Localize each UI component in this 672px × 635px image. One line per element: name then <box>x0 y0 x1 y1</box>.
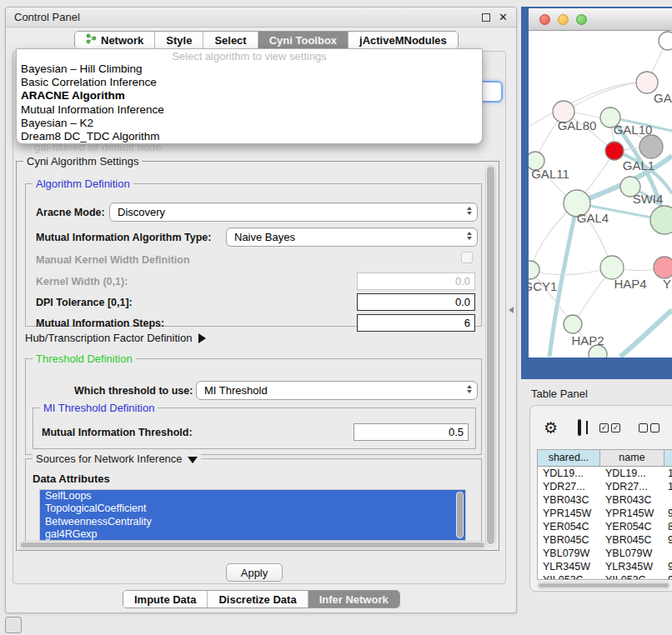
network-node-hap2[interactable] <box>564 315 582 333</box>
node-label-hap4: HAP4 <box>614 277 646 291</box>
check-icon: ✓ <box>601 424 608 432</box>
columns-icon[interactable] <box>578 419 581 436</box>
tab-jactivemnodules[interactable]: jActiveMNodules <box>348 32 458 48</box>
dpi-tolerance-field[interactable] <box>357 293 475 311</box>
dropdown-item-aracne[interactable]: ARACNE Algorithm <box>17 89 482 102</box>
apply-button[interactable]: Apply <box>226 563 283 582</box>
settings-vertical-scrollbar[interactable] <box>485 165 496 547</box>
network-node-gray[interactable] <box>639 135 663 158</box>
collapsed-panel-icon[interactable] <box>5 617 22 633</box>
which-threshold-label: Which threshold to use: <box>74 385 193 397</box>
control-panel-window: Control Panel ✕ Network Style Select Cyn… <box>5 7 517 613</box>
deselect-all-rows-icon[interactable] <box>639 423 659 432</box>
tab-discretize-data[interactable]: Discretize Data <box>207 591 307 608</box>
network-canvas[interactable]: GAL GAL80 GAL10 GAL1 GAL11 SWI4 GAL4 GCY… <box>529 31 672 358</box>
gear-icon[interactable]: ⚙ <box>544 418 558 437</box>
mi-steps-field[interactable] <box>357 314 475 332</box>
float-window-icon[interactable] <box>482 13 490 22</box>
tab-select[interactable]: Select <box>203 32 257 48</box>
tab-network[interactable]: Network <box>75 32 154 48</box>
manual-kernel-checkbox[interactable] <box>461 252 473 263</box>
table-panel-body: ⚙ ✓ ✓ shared... name YDL19...YDL <box>529 405 672 592</box>
attribute-item-betweenness[interactable]: BetweennessCentrality <box>40 516 465 528</box>
network-node-unlabeled-top[interactable] <box>659 32 672 50</box>
minimize-traffic-light-icon[interactable] <box>558 14 569 25</box>
node-label-gal4: GAL4 <box>577 211 609 225</box>
control-panel-titlebar: Control Panel ✕ <box>6 8 516 28</box>
network-node-hap4[interactable] <box>600 256 624 279</box>
column-header-name[interactable]: name <box>600 450 664 466</box>
mi-steps-label: Mutual Information Steps: <box>36 318 164 329</box>
cyni-algorithm-settings-group: Cyni Algorithm Settings Algorithm Defini… <box>16 161 499 551</box>
attribute-item-gal4rgexp[interactable]: gal4RGexp <box>40 528 465 541</box>
dpi-tolerance-label: DPI Tolerance [0,1]: <box>36 297 133 308</box>
network-node-gal1[interactable] <box>605 142 624 160</box>
dropdown-item-bayesian-k2[interactable]: Bayesian – K2 <box>17 117 482 130</box>
mi-threshold-definition-group: MI Threshold Definition Mutual Informati… <box>33 408 476 449</box>
node-label-gal80: GAL80 <box>558 118 597 132</box>
threshold-definition-title: Threshold Definition <box>33 352 136 365</box>
dropdown-item-mutual-information[interactable]: Mutual Information Inference <box>17 103 482 117</box>
sources-title-label: Sources for Network Inference <box>36 452 183 465</box>
select-all-rows-icon[interactable]: ✓ ✓ <box>599 423 620 432</box>
column-header-shared[interactable]: shared... <box>538 450 600 466</box>
table-row[interactable]: YER054CYER054C8. <box>538 520 672 533</box>
algorithm-definition-title: Algorithm Definition <box>33 178 133 190</box>
panel-collapse-arrow[interactable] <box>509 307 514 313</box>
close-traffic-light-icon[interactable] <box>539 14 550 25</box>
control-panel-title: Control Panel <box>14 11 80 23</box>
data-attributes-list[interactable]: SelfLoops TopologicalCoefficient Between… <box>39 489 466 541</box>
algorithm-definition-group: Algorithm Definition Aracne Mode: Discov… <box>25 183 482 327</box>
sources-title[interactable]: Sources for Network Inference <box>33 452 201 465</box>
node-label-gal11: GAL11 <box>531 167 569 181</box>
table-row[interactable]: YBR043CYBR043C <box>538 493 672 507</box>
network-node-salmon[interactable] <box>654 257 672 278</box>
network-window-titlebar[interactable] <box>529 8 672 31</box>
tab-impute-data[interactable]: Impute Data <box>123 591 207 608</box>
settings-horizontal-scrollbar[interactable] <box>19 541 486 549</box>
aracne-mode-label: Aracne Mode: <box>36 207 105 218</box>
close-icon[interactable]: ✕ <box>499 13 508 22</box>
table-row[interactable]: YBR045CYBR045C9. <box>538 533 672 547</box>
control-panel-tabbar: Network Style Select Cyni Toolbox jActiv… <box>74 31 459 49</box>
table-row[interactable]: YDL19...YDL19...13 <box>538 467 672 480</box>
collapse-down-icon <box>188 457 198 463</box>
mi-threshold-field[interactable] <box>354 423 469 441</box>
which-threshold-combo[interactable]: MI Threshold <box>196 381 478 400</box>
table-row[interactable]: YPR145WYPR145W9. <box>538 507 672 520</box>
mi-type-combo[interactable]: Naive Bayes <box>226 228 478 247</box>
dropdown-item-dream8[interactable]: Dream8 DC_TDC Algorithm <box>17 130 482 143</box>
tab-infer-network[interactable]: Infer Network <box>308 591 399 608</box>
expand-right-icon <box>198 333 206 343</box>
attribute-item-topological[interactable]: TopologicalCoefficient <box>40 502 465 515</box>
tab-network-label: Network <box>101 34 143 47</box>
network-node-gcy1[interactable] <box>529 261 539 279</box>
dropdown-item-bayesian-hill[interactable]: Bayesian – Hill Climbing <box>17 62 482 76</box>
mi-threshold-label: Mutual Information Threshold: <box>42 427 193 438</box>
table-row[interactable]: YBL079WYBL079W <box>538 547 672 560</box>
hub-definition-expander[interactable]: Hub/Transcription Factor Definition <box>25 332 206 344</box>
attributes-scrollbar[interactable] <box>456 492 464 538</box>
table-row[interactable]: YIL053CYIL053C9. <box>538 573 672 580</box>
column-header-3[interactable] <box>664 450 672 466</box>
tab-style-label: Style <box>166 34 192 47</box>
tab-cyni-toolbox[interactable]: Cyni Toolbox <box>258 32 348 48</box>
table-row[interactable]: YDR27...YDR27...12 <box>538 480 672 493</box>
attribute-item-selfloops[interactable]: SelfLoops <box>40 490 465 502</box>
sources-group: Sources for Network Inference Data Attri… <box>25 458 482 545</box>
tab-impute-data-label: Impute Data <box>134 593 196 606</box>
network-node-big-green[interactable] <box>650 206 672 234</box>
tab-style[interactable]: Style <box>154 32 203 48</box>
kernel-width-field[interactable] <box>357 272 475 290</box>
tab-infer-network-label: Infer Network <box>319 593 389 606</box>
node-label-gcy1: GCY1 <box>529 279 557 293</box>
table-panel-title: Table Panel <box>531 388 588 400</box>
aracne-mode-combo[interactable]: Discovery <box>109 202 478 222</box>
table-horizontal-scrollbar[interactable] <box>537 582 670 589</box>
data-attributes-label: Data Attributes <box>33 472 110 485</box>
table-row[interactable]: YLR345WYLR345W9. <box>538 560 672 573</box>
zoom-traffic-light-icon[interactable] <box>576 14 587 25</box>
dropdown-item-basic-correlation[interactable]: Basic Correlation Inference <box>17 76 482 89</box>
node-label-gal7: GAL <box>654 91 672 105</box>
node-attribute-table: shared... name YDL19...YDL19...13 YDR27.… <box>537 449 672 580</box>
